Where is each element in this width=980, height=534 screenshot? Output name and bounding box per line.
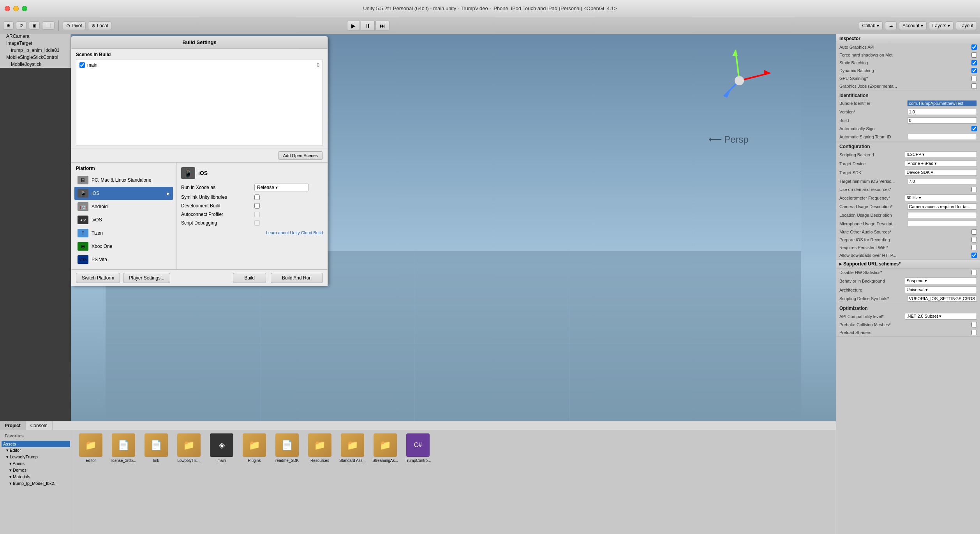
close-button[interactable] <box>5 6 10 11</box>
asset-license[interactable]: 📄 license_3rdp... <box>108 433 139 463</box>
graphics-jobs-checkbox[interactable] <box>971 83 977 89</box>
static-batching-checkbox[interactable] <box>971 60 977 65</box>
pivot-button[interactable]: ⊙ Pivot <box>63 21 86 30</box>
asset-plugins[interactable]: 📁 Plugins <box>239 433 270 463</box>
maximize-button[interactable] <box>22 6 27 11</box>
pause-button[interactable]: ⏸ <box>361 21 375 31</box>
tree-item-materials[interactable]: ▾ Materials <box>2 474 70 480</box>
asset-lowpoly[interactable]: 📁 LowpolyTru... <box>173 433 204 463</box>
scene-item-main[interactable]: main 0 <box>78 62 321 69</box>
tab-console[interactable]: Console <box>26 421 53 430</box>
camera-usage-input[interactable] <box>907 203 977 210</box>
hierarchy-item-imagetarget[interactable]: ImageTarget <box>0 40 71 47</box>
disable-hw-checkbox[interactable] <box>971 270 977 275</box>
build-input[interactable] <box>907 117 977 124</box>
platform-item-psvita[interactable]: VITA PS Vita <box>74 253 173 266</box>
hierarchy-item-mobilestick[interactable]: MobileSingleStickControl <box>0 54 71 61</box>
camera-usage-label: Camera Usage Description* <box>839 204 906 209</box>
tree-item-trump-fbx[interactable]: ▾ trump_lp_Model_fbx2... <box>2 480 70 487</box>
asset-icon-license: 📄 <box>112 433 135 457</box>
version-input[interactable] <box>907 109 977 115</box>
inspector-row-auto-graphics: Auto Graphics API <box>836 43 980 51</box>
dev-build-checkbox[interactable] <box>254 203 260 209</box>
behavior-background-dropdown[interactable]: Suspend ▾ <box>905 278 977 284</box>
persistent-wifi-checkbox[interactable] <box>971 245 977 250</box>
target-device-dropdown[interactable]: iPhone + iPad ▾ <box>905 160 977 167</box>
allow-http-row: Allow downloads over HTTP... <box>836 251 980 259</box>
symlink-checkbox[interactable] <box>254 195 260 200</box>
inspector-identification-section: Identification Bundle Identifier Version… <box>836 90 980 141</box>
add-open-scenes-button[interactable]: Add Open Scenes <box>278 151 323 160</box>
accelerometer-dropdown[interactable]: 60 Hz ▾ <box>905 195 977 201</box>
on-demand-checkbox[interactable] <box>971 187 977 192</box>
build-button[interactable]: Build <box>233 273 266 283</box>
tree-item-assets[interactable]: Assets <box>2 441 70 447</box>
preload-shaders-checkbox[interactable] <box>971 330 977 335</box>
tree-item-demos[interactable]: ▾ Demos <box>2 467 70 474</box>
transform-tool-button[interactable]: ⊕ <box>3 21 14 30</box>
platform-item-android[interactable]: 🤖 Android <box>74 200 173 213</box>
scene-checkbox-main[interactable] <box>79 62 85 68</box>
auto-graphics-label: Auto Graphics API <box>839 45 970 50</box>
asset-readme[interactable]: 📄 readme_SDK <box>271 433 303 463</box>
asset-editor[interactable]: 📁 Editor <box>75 433 106 463</box>
cloud-build-link[interactable]: Learn about Unity Cloud Build <box>181 229 323 237</box>
tree-item-editor[interactable]: ▾ Editor <box>2 447 70 454</box>
force-shadows-checkbox[interactable] <box>971 52 977 58</box>
prebake-meshes-checkbox[interactable] <box>971 322 977 327</box>
asset-trump-control[interactable]: C# TrumpContro... <box>402 433 434 463</box>
location-usage-input[interactable] <box>907 212 977 218</box>
platform-item-ios[interactable]: 📱 iOS ▶ <box>74 187 173 200</box>
prepare-ios-checkbox[interactable] <box>971 237 977 242</box>
layers-button[interactable]: Layers ▾ <box>929 21 954 30</box>
auto-sign-checkbox[interactable] <box>971 126 977 131</box>
step-button[interactable]: ⏭ <box>375 21 390 31</box>
play-button[interactable]: ▶ <box>347 21 360 31</box>
target-sdk-dropdown[interactable]: Device SDK ▾ <box>905 169 977 176</box>
cloud-button[interactable]: ☁ <box>885 21 897 30</box>
min-ios-input[interactable] <box>907 178 977 184</box>
sign-team-input[interactable] <box>907 134 977 140</box>
run-in-xcode-dropdown[interactable]: Release ▾ <box>254 184 309 191</box>
hierarchy-item-trump-anim[interactable]: trump_lp_anim_iddle01 <box>0 47 71 54</box>
bundle-id-row: Bundle Identifier <box>836 99 980 108</box>
build-and-run-button[interactable]: Build And Run <box>271 273 323 283</box>
mute-audio-checkbox[interactable] <box>971 229 977 235</box>
platform-item-tvos[interactable]: ●tv tvOS <box>74 213 173 226</box>
switch-platform-button[interactable]: Switch Platform <box>76 273 120 283</box>
platform-item-tizen[interactable]: T Tizen <box>74 226 173 240</box>
microphone-usage-input[interactable] <box>907 221 977 227</box>
bundle-id-input[interactable] <box>907 100 977 106</box>
tree-item-anims[interactable]: ▾ Anims <box>2 460 70 467</box>
asset-label-streaming: StreamingAs... <box>372 458 398 463</box>
collab-button[interactable]: Collab ▾ <box>859 21 883 30</box>
allow-http-checkbox[interactable] <box>971 253 977 258</box>
local-button[interactable]: ⊛ Local <box>88 21 112 30</box>
hierarchy-item-mobilejoystick[interactable]: MobileJoystick <box>0 61 71 68</box>
minimize-button[interactable] <box>13 6 19 11</box>
api-compat-dropdown[interactable]: .NET 2.0 Subset ▾ <box>905 313 977 320</box>
auto-graphics-checkbox[interactable] <box>971 44 977 50</box>
asset-resources[interactable]: 📁 Resources <box>304 433 335 463</box>
asset-main[interactable]: ◈ main <box>206 433 237 463</box>
tree-item-lowpolytrump[interactable]: ▾ LowpolyTrump <box>2 454 70 460</box>
platform-item-xbox[interactable]: ⊕ Xbox One <box>74 240 173 253</box>
platform-item-pc[interactable]: 🖥 PC, Mac & Linux Standalone <box>74 173 173 187</box>
dynamic-batching-checkbox[interactable] <box>971 68 977 73</box>
scripting-backend-dropdown[interactable]: IL2CPP ▾ <box>905 151 977 158</box>
player-settings-button[interactable]: Player Settings... <box>123 273 170 283</box>
url-schemes-header[interactable]: ▸ Supported URL schemes* <box>836 260 980 268</box>
gpu-skinning-checkbox[interactable] <box>971 76 977 81</box>
tab-project[interactable]: Project <box>0 421 26 430</box>
rect-tool-button[interactable]: ▣ <box>29 21 40 30</box>
asset-standard[interactable]: 📁 Standard Ass... <box>337 433 368 463</box>
disable-hw-label: Disable HW Statistics* <box>839 270 970 275</box>
refresh-button[interactable]: ↺ <box>16 21 26 30</box>
asset-streaming[interactable]: 📁 StreamingAs... <box>370 433 401 463</box>
extra-tool-button[interactable]: ⬜ <box>42 21 55 30</box>
asset-link[interactable]: 📄 link <box>141 433 172 463</box>
architecture-dropdown[interactable]: Universal ▾ <box>905 286 977 293</box>
account-button[interactable]: Account ▾ <box>899 21 927 30</box>
scripting-symbols-input[interactable] <box>907 295 977 302</box>
layout-button[interactable]: Layout <box>956 21 977 30</box>
